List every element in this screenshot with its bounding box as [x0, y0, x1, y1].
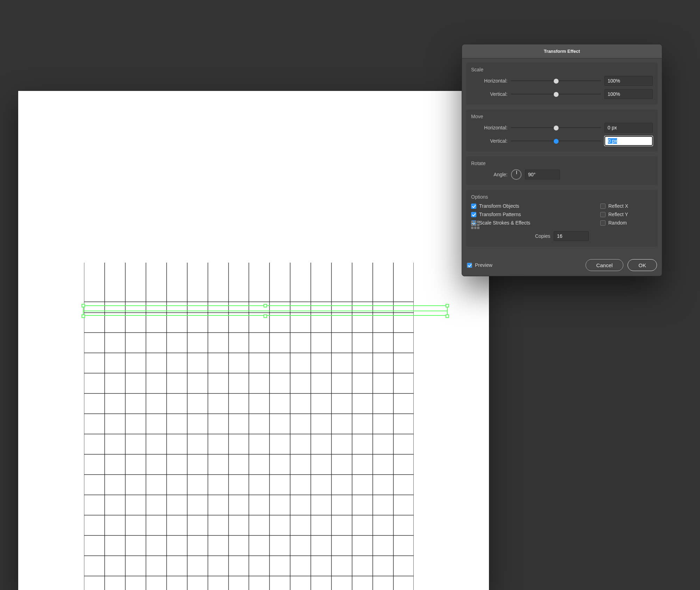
selection-handle[interactable] — [82, 304, 85, 307]
checkbox-label: Reflect Y — [608, 212, 628, 217]
checkbox-icon[interactable] — [471, 212, 476, 217]
selection-handle[interactable] — [264, 314, 267, 318]
move-section: Move Horizontal: Vertical: — [466, 109, 658, 151]
move-vertical-slider[interactable] — [511, 137, 601, 144]
selection-handle[interactable] — [82, 314, 85, 318]
scale-vertical-slider[interactable] — [511, 91, 601, 98]
rotate-angle-input[interactable] — [525, 170, 560, 179]
transform-patterns-checkbox[interactable]: Transform Patterns — [471, 212, 597, 217]
scale-vertical-label: Vertical: — [471, 91, 510, 97]
scale-vertical-input[interactable] — [604, 89, 653, 99]
reflect-x-checkbox[interactable]: Reflect X — [600, 203, 653, 209]
move-horizontal-slider[interactable] — [511, 124, 601, 131]
copies-input[interactable] — [554, 231, 589, 241]
selection-center-line — [83, 311, 448, 311]
anchor-point-icon[interactable] — [471, 221, 479, 229]
checkbox-icon[interactable] — [471, 204, 476, 209]
checkbox-label: Preview — [475, 262, 492, 268]
angle-dial-icon[interactable] — [511, 169, 522, 180]
copies-label: Copies — [535, 233, 551, 239]
checkbox-label: Transform Patterns — [479, 212, 521, 217]
checkbox-label: Transform Objects — [479, 203, 519, 209]
options-section: Options Transform Objects Reflect X Tran… — [466, 190, 658, 247]
move-horizontal-input[interactable] — [604, 123, 653, 133]
preview-checkbox[interactable]: Preview — [467, 262, 492, 268]
checkbox-label: Random — [608, 220, 627, 226]
checkbox-label: Reflect X — [608, 203, 628, 209]
ok-button[interactable]: OK — [628, 259, 657, 271]
dialog-title[interactable]: Transform Effect — [462, 44, 662, 58]
options-section-title: Options — [471, 194, 653, 200]
scale-horizontal-slider[interactable] — [511, 77, 601, 84]
scale-horizontal-label: Horizontal: — [471, 78, 510, 84]
checkbox-icon[interactable] — [600, 220, 606, 226]
selection-handle[interactable] — [446, 314, 449, 318]
cancel-button[interactable]: Cancel — [586, 259, 624, 271]
move-vertical-input[interactable] — [604, 136, 653, 146]
scale-section: Scale Horizontal: Vertical: — [466, 63, 658, 105]
move-horizontal-label: Horizontal: — [471, 125, 510, 130]
rotate-section-title: Rotate — [471, 161, 653, 166]
scale-strokes-checkbox[interactable]: Scale Strokes & Effects — [471, 220, 597, 226]
move-vertical-label: Vertical: — [471, 138, 510, 144]
dialog-title-text: Transform Effect — [544, 49, 580, 54]
reflect-y-checkbox[interactable]: Reflect Y — [600, 212, 653, 217]
move-section-title: Move — [471, 114, 653, 119]
rotate-angle-label: Angle: — [471, 172, 510, 177]
artboard — [18, 91, 489, 590]
random-checkbox[interactable]: Random — [600, 220, 653, 226]
rotate-section: Rotate Angle: — [466, 156, 658, 185]
transform-effect-dialog: Transform Effect Scale Horizontal: Verti… — [462, 44, 662, 276]
selection-handle[interactable] — [264, 304, 267, 307]
scale-section-title: Scale — [471, 67, 653, 72]
checkbox-label: Scale Strokes & Effects — [479, 220, 530, 226]
checkbox-icon[interactable] — [600, 212, 606, 217]
selection-handle[interactable] — [446, 304, 449, 307]
checkbox-icon[interactable] — [600, 204, 606, 209]
checkbox-icon[interactable] — [467, 263, 472, 268]
scale-horizontal-input[interactable] — [604, 76, 653, 86]
transform-objects-checkbox[interactable]: Transform Objects — [471, 203, 597, 209]
